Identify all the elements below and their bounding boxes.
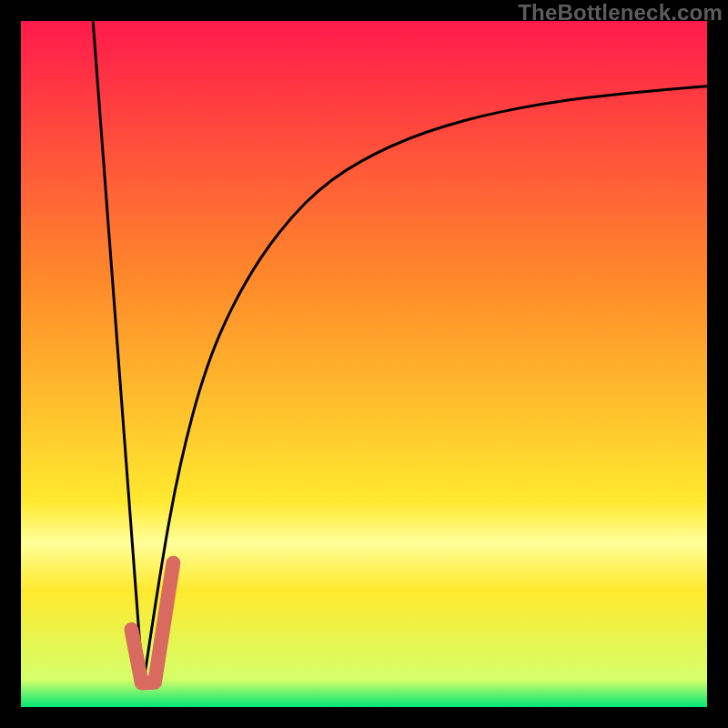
- chart-svg: [21, 21, 707, 707]
- plot-area: [21, 21, 707, 707]
- chart-frame: TheBottleneck.com: [0, 0, 728, 728]
- watermark-text: TheBottleneck.com: [518, 0, 723, 25]
- gradient-background: [21, 21, 707, 707]
